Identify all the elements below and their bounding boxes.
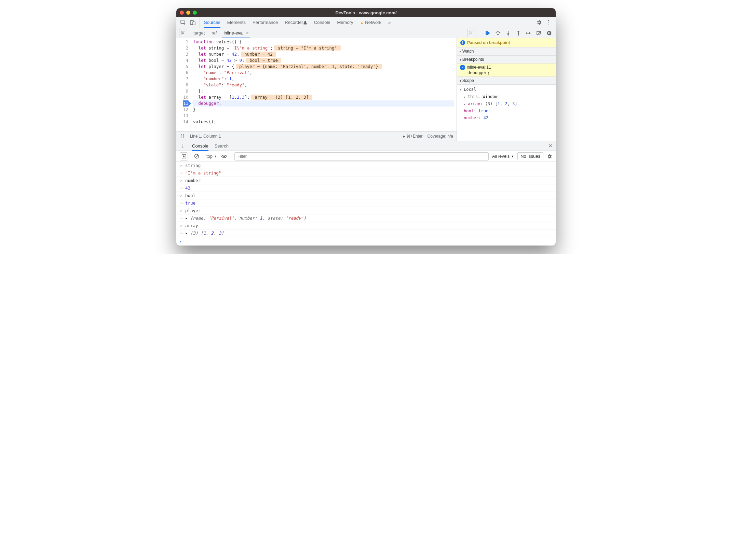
drawer-tab-console[interactable]: Console: [192, 141, 208, 151]
close-tab-icon[interactable]: ×: [246, 30, 249, 36]
console-row[interactable]: ▸ {name: 'Parzival', number: 1, state: '…: [176, 214, 556, 222]
inspect-element-icon[interactable]: [180, 20, 186, 25]
svg-point-28: [223, 155, 225, 157]
code-area: 1234567891011121314 function values() { …: [176, 38, 457, 141]
svg-rect-23: [550, 32, 550, 34]
pretty-print-icon[interactable]: {}: [180, 134, 185, 139]
inline-eval-value: player = {name: 'Parzival', number: 1, s…: [236, 64, 382, 69]
panel-tab-elements[interactable]: Elements: [227, 17, 246, 28]
svg-marker-25: [183, 155, 185, 157]
main-toolbar: SourcesElementsPerformanceRecorder Conso…: [176, 17, 556, 28]
more-tabs-icon[interactable]: [467, 29, 475, 37]
scope-variable[interactable]: array: (3) [1, 2, 3]: [464, 100, 553, 108]
code-editor[interactable]: 1234567891011121314 function values() { …: [176, 38, 457, 131]
breakpoint-item[interactable]: ✓ inline-eval:11 debugger;: [457, 64, 556, 76]
drawer-tabs: ⋮ ConsoleSearch ×: [176, 141, 556, 151]
resume-button[interactable]: [485, 30, 491, 36]
step-button[interactable]: [526, 30, 532, 36]
breakpoint-checkbox[interactable]: ✓: [460, 65, 465, 70]
inline-eval-value: string = "I'm a string": [274, 45, 340, 51]
svg-marker-18: [529, 32, 531, 34]
scope-section-header[interactable]: Scope: [457, 76, 556, 85]
panel-tab-sources[interactable]: Sources: [204, 17, 220, 28]
console-row[interactable]: ▸ (3) [1, 2, 3]: [176, 229, 556, 237]
pause-on-exceptions-button[interactable]: [546, 30, 552, 36]
scope-contents: Local this: Windowarray: (3) [1, 2, 3]bo…: [457, 85, 556, 123]
device-toolbar-icon[interactable]: [190, 20, 195, 25]
live-expression-icon[interactable]: [221, 154, 227, 158]
step-into-button[interactable]: [505, 30, 511, 36]
svg-rect-2: [193, 22, 195, 25]
file-tab-ref[interactable]: ref: [208, 28, 220, 38]
console-row[interactable]: number: [176, 177, 556, 184]
main-area: 1234567891011121314 function values() { …: [176, 38, 556, 141]
editor-status-bar: {} Line 1, Column 1 ▸ ⌘+Enter Coverage: …: [176, 131, 457, 141]
run-snippet-label[interactable]: ▸ ⌘+Enter: [403, 134, 423, 139]
svg-marker-4: [182, 32, 184, 34]
panel-overflow-icon[interactable]: »: [388, 17, 391, 28]
file-tabs: targetrefinline-eval×: [176, 28, 481, 38]
close-drawer-icon[interactable]: ×: [548, 142, 552, 150]
panel-tab-recorder[interactable]: Recorder: [285, 17, 307, 28]
watch-section-header[interactable]: Watch: [457, 47, 556, 55]
panel-tab-performance[interactable]: Performance: [253, 17, 278, 28]
titlebar: DevTools - www.google.com/: [176, 8, 556, 17]
paused-text: Paused on breakpoint: [467, 40, 510, 45]
console-row[interactable]: bool: [176, 192, 556, 199]
scope-variable[interactable]: bool: true: [464, 108, 553, 114]
scope-variable[interactable]: this: Window: [464, 93, 553, 100]
issues-button[interactable]: No Issues: [517, 152, 543, 160]
console-row[interactable]: player: [176, 207, 556, 214]
drawer-tab-search[interactable]: Search: [215, 141, 229, 151]
svg-marker-6: [471, 32, 472, 34]
svg-point-16: [518, 34, 519, 36]
console-row[interactable]: 42: [176, 184, 556, 192]
svg-point-21: [547, 31, 552, 35]
svg-marker-15: [517, 31, 520, 32]
console-prompt[interactable]: [176, 237, 556, 246]
svg-marker-8: [487, 31, 490, 35]
inline-eval-value: bool = true: [246, 58, 282, 63]
breakpoints-section-header[interactable]: Breakpoints: [457, 55, 556, 64]
svg-point-19: [526, 32, 527, 34]
more-menu-icon[interactable]: ⋮: [545, 19, 552, 26]
panel-tab-network[interactable]: Network: [360, 17, 381, 28]
log-levels-selector[interactable]: All levels▼: [492, 154, 514, 159]
paused-banner: i Paused on breakpoint: [457, 38, 556, 47]
breakpoint-preview: debugger;: [467, 70, 553, 75]
show-navigator-icon[interactable]: [179, 29, 187, 37]
scope-variable[interactable]: number: 42: [464, 114, 553, 121]
file-tab-inline-eval[interactable]: inline-eval×: [220, 28, 252, 38]
deactivate-breakpoints-button[interactable]: [536, 30, 542, 36]
console-filter-input[interactable]: [234, 152, 489, 160]
step-over-button[interactable]: [495, 30, 501, 36]
console-row[interactable]: true: [176, 199, 556, 207]
cursor-position: Line 1, Column 1: [190, 134, 221, 139]
panel-tabs: SourcesElementsPerformanceRecorder Conso…: [200, 17, 532, 28]
file-tab-target[interactable]: target: [190, 28, 208, 38]
step-out-button[interactable]: [515, 30, 521, 36]
console-settings-icon[interactable]: [547, 154, 552, 159]
panel-tab-memory[interactable]: Memory: [337, 17, 353, 28]
console-row[interactable]: array: [176, 222, 556, 229]
svg-line-27: [195, 155, 198, 158]
panel-tab-console[interactable]: Console: [314, 17, 330, 28]
console-toolbar: top ▼ All levels▼ No Issues: [176, 151, 556, 162]
drawer-menu-icon[interactable]: ⋮: [180, 143, 186, 149]
scope-local-header[interactable]: Local: [460, 86, 553, 93]
inline-eval-value: array = (3) [1, 2, 3]: [251, 95, 312, 100]
console-row[interactable]: "I'm a string": [176, 169, 556, 177]
devtools-window: DevTools - www.google.com/ SourcesElemen…: [176, 8, 556, 246]
inline-eval-value: number = 42: [241, 52, 276, 57]
svg-marker-9: [499, 32, 500, 33]
clear-console-icon[interactable]: [194, 154, 199, 159]
settings-icon[interactable]: [536, 19, 542, 25]
debugger-sidebar: i Paused on breakpoint Watch Breakpoints…: [457, 38, 556, 141]
console-row[interactable]: string: [176, 162, 556, 169]
context-dropdown-icon[interactable]: ▼: [214, 155, 217, 158]
console-sidebar-toggle-icon[interactable]: [180, 152, 188, 160]
breakpoint-label: inline-eval:11: [467, 65, 491, 70]
svg-rect-7: [486, 31, 487, 35]
debugger-controls: [481, 28, 556, 38]
context-selector[interactable]: top: [206, 154, 213, 159]
